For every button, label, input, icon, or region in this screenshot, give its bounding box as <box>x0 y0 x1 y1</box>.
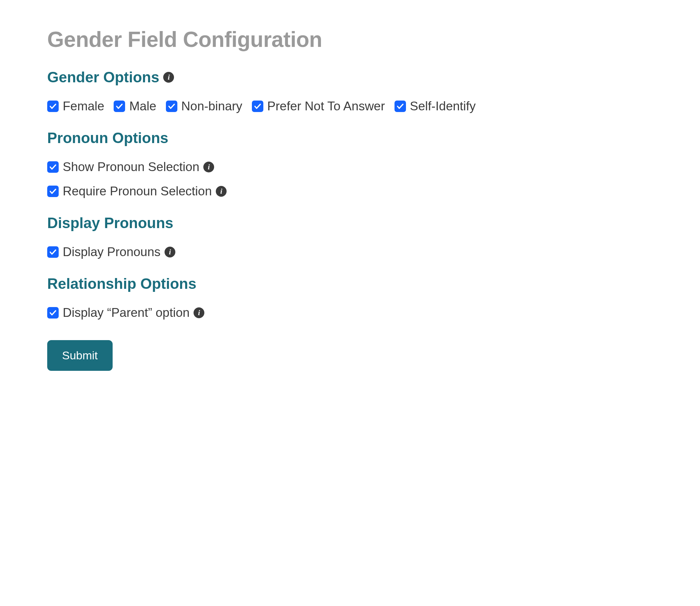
checkbox-item-non-binary: Non-binary <box>166 99 242 113</box>
checkbox-item-prefer-not-to-answer: Prefer Not To Answer <box>252 99 385 113</box>
checkbox-display-parent-option[interactable] <box>47 307 59 319</box>
checkbox-prefer-not-to-answer[interactable] <box>252 100 263 112</box>
submit-button[interactable]: Submit <box>47 340 113 371</box>
heading-text: Pronoun Options <box>47 130 168 146</box>
checkbox-non-binary[interactable] <box>166 100 177 112</box>
heading-text: Relationship Options <box>47 275 196 292</box>
checkbox-item-self-identify: Self-Identify <box>394 99 476 113</box>
checkbox-item-show-pronoun-selection: Show Pronoun Selection i <box>47 160 653 174</box>
checkbox-label: Display Pronouns <box>63 245 161 259</box>
info-icon[interactable]: i <box>216 186 226 197</box>
checkbox-item-male: Male <box>114 99 156 113</box>
section-heading-pronoun-options: Pronoun Options <box>47 130 653 146</box>
relationship-options-stack: Display “Parent” option i <box>47 306 653 320</box>
checkbox-label: Male <box>129 99 156 113</box>
checkbox-label: Display “Parent” option <box>63 306 190 320</box>
checkbox-label: Require Pronoun Selection <box>63 184 212 199</box>
checkbox-male[interactable] <box>114 100 125 112</box>
checkbox-self-identify[interactable] <box>394 100 406 112</box>
checkbox-item-display-parent-option: Display “Parent” option i <box>47 306 653 320</box>
checkbox-require-pronoun-selection[interactable] <box>47 186 59 197</box>
info-icon[interactable]: i <box>165 247 175 257</box>
checkbox-label: Show Pronoun Selection <box>63 160 199 174</box>
info-icon[interactable]: i <box>194 307 204 318</box>
gender-options-row: Female Male Non-binary Prefer Not To Ans… <box>47 99 653 113</box>
checkbox-label: Female <box>63 99 104 113</box>
checkbox-item-display-pronouns: Display Pronouns i <box>47 245 653 259</box>
section-heading-gender-options: Gender Options i <box>47 69 653 86</box>
checkbox-item-require-pronoun-selection: Require Pronoun Selection i <box>47 184 653 199</box>
info-icon[interactable]: i <box>163 72 174 83</box>
section-heading-display-pronouns: Display Pronouns <box>47 215 653 231</box>
pronoun-options-stack: Show Pronoun Selection i Require Pronoun… <box>47 160 653 199</box>
checkbox-item-female: Female <box>47 99 104 113</box>
checkbox-display-pronouns[interactable] <box>47 246 59 258</box>
checkbox-label: Self-Identify <box>410 99 476 113</box>
heading-text: Gender Options <box>47 69 159 86</box>
heading-text: Display Pronouns <box>47 215 173 231</box>
info-icon[interactable]: i <box>203 162 214 172</box>
checkbox-show-pronoun-selection[interactable] <box>47 161 59 173</box>
checkbox-label: Prefer Not To Answer <box>267 99 385 113</box>
section-heading-relationship-options: Relationship Options <box>47 275 653 292</box>
page-title: Gender Field Configuration <box>47 27 653 52</box>
checkbox-label: Non-binary <box>182 99 242 113</box>
checkbox-female[interactable] <box>47 100 59 112</box>
display-pronouns-stack: Display Pronouns i <box>47 245 653 259</box>
